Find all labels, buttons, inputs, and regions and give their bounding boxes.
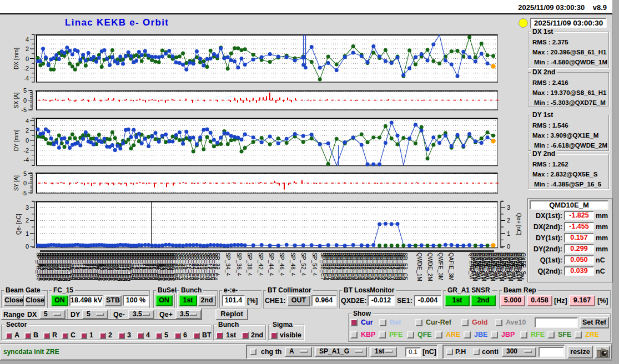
svg-text:SP_42_4: SP_42_4 xyxy=(258,252,264,276)
svg-text:QWDE_1M: QWDE_1M xyxy=(416,252,422,281)
svg-text:0: 0 xyxy=(507,243,510,250)
svg-text:2: 2 xyxy=(26,217,29,224)
svg-text:4: 4 xyxy=(26,36,29,43)
svg-text:3: 3 xyxy=(507,204,510,211)
svg-text:1: 1 xyxy=(507,230,510,237)
svg-text:QAFIE_3M: QAFIE_3M xyxy=(448,252,454,281)
svg-text:0: 0 xyxy=(26,55,29,62)
svg-text:SP_53_C5: SP_53_C5 xyxy=(402,252,408,280)
svg-text:QWDE_2M: QWDE_2M xyxy=(427,252,433,281)
svg-text:1: 1 xyxy=(26,230,29,237)
svg-text:2: 2 xyxy=(507,217,510,224)
svg-text:SP_52_4: SP_52_4 xyxy=(300,252,306,276)
svg-text:0: 0 xyxy=(23,180,27,186)
svg-text:Qe- [nC]: Qe- [nC] xyxy=(16,214,22,235)
svg-text:SP_48_4: SP_48_4 xyxy=(290,252,296,276)
svg-text:-4: -4 xyxy=(23,75,29,82)
svg-text:SP_36_4: SP_36_4 xyxy=(236,252,242,276)
svg-text:SP_44_4: SP_44_4 xyxy=(268,252,274,276)
svg-text:5: 5 xyxy=(23,170,27,177)
svg-text:-2: -2 xyxy=(23,147,29,154)
svg-text:QWFE_3M: QWFE_3M xyxy=(437,252,444,281)
svg-text:5: 5 xyxy=(23,87,27,94)
svg-text:QX5E_S: QX5E_S xyxy=(520,252,526,275)
svg-text:-2: -2 xyxy=(23,65,29,72)
svg-text:3: 3 xyxy=(26,204,29,211)
svg-text:4: 4 xyxy=(26,118,29,124)
svg-text:2: 2 xyxy=(26,127,29,134)
svg-text:0: 0 xyxy=(26,243,29,250)
svg-text:Qe+ [nC]: Qe+ [nC] xyxy=(516,213,522,236)
svg-text:DY [mm]: DY [mm] xyxy=(13,129,19,151)
svg-text:0: 0 xyxy=(26,137,29,144)
svg-text:SY [A]: SY [A] xyxy=(13,175,19,191)
svg-text:SP_34_4: SP_34_4 xyxy=(225,252,231,276)
svg-text:SP_54_4: SP_54_4 xyxy=(311,252,318,276)
svg-text:SX [A]: SX [A] xyxy=(13,93,19,109)
svg-text:-5: -5 xyxy=(21,107,27,113)
svg-text:2: 2 xyxy=(26,46,29,52)
svg-text:-5: -5 xyxy=(21,190,27,196)
svg-text:SP_32_4: SP_32_4 xyxy=(214,252,220,276)
svg-text:DX [mm]: DX [mm] xyxy=(13,48,19,69)
svg-text:SP_46_4: SP_46_4 xyxy=(279,252,285,276)
svg-text:0: 0 xyxy=(23,97,27,104)
svg-text:-4: -4 xyxy=(23,156,29,163)
svg-text:SP_38_4: SP_38_4 xyxy=(246,252,253,276)
